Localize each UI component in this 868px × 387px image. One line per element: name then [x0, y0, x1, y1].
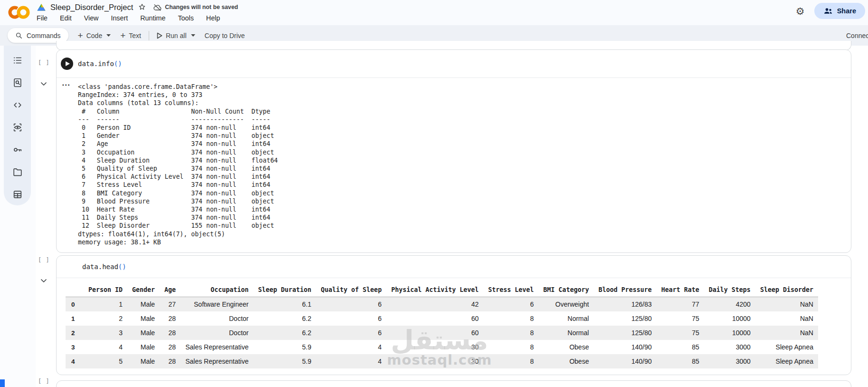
df-cell: 8 — [484, 354, 539, 368]
df-cell: 5.9 — [253, 340, 316, 354]
df-cell: Sales Representative — [181, 354, 253, 368]
df-column-header: Heart Rate — [657, 285, 704, 297]
code-parens: () — [114, 60, 122, 68]
menu-insert[interactable]: Insert — [105, 14, 134, 22]
variable-inspector-icon[interactable] — [8, 117, 28, 137]
df-cell: Male — [127, 326, 160, 340]
code-line[interactable]: data.head() — [82, 263, 126, 271]
code-cell-tail: data.tail() — [56, 380, 851, 387]
notebook-title[interactable]: Sleep_Disorder_Project — [50, 3, 133, 12]
menu-help[interactable]: Help — [200, 14, 226, 22]
output-menu-icon[interactable]: ⋯ — [62, 80, 70, 90]
share-label: Share — [837, 7, 856, 15]
df-cell: 8 — [484, 311, 539, 326]
notebook-area: [ ] [ ] [ ] data.info() ⋯ <class 'pandas… — [36, 46, 868, 387]
df-cell: 28 — [160, 326, 181, 340]
save-status[interactable]: Changes will not be saved — [153, 3, 238, 11]
code-editor-row[interactable]: data.info() — [57, 50, 851, 78]
chevron-down-icon[interactable] — [191, 34, 195, 37]
find-and-replace-icon[interactable] — [8, 73, 28, 93]
menu-edit[interactable]: Edit — [54, 14, 78, 22]
df-column-header: BMI Category — [539, 285, 594, 297]
secrets-key-icon[interactable] — [8, 140, 28, 160]
df-cell: 140/90 — [594, 340, 657, 354]
df-cell: 85 — [657, 340, 704, 354]
df-cell: Male — [127, 297, 160, 312]
df-cell: 28 — [160, 311, 181, 326]
star-icon[interactable] — [138, 3, 146, 11]
copy-to-drive-label: Copy to Drive — [205, 32, 245, 39]
df-row: 45Male28Sales Representative5.94308Obese… — [66, 354, 818, 368]
df-column-header: Quality of Sleep — [316, 285, 386, 297]
df-cell: 125/80 — [594, 311, 657, 326]
df-cell: Male — [127, 340, 160, 354]
df-cell: Male — [127, 354, 160, 368]
df-cell: Normal — [539, 311, 594, 326]
df-cell: 5 — [84, 354, 127, 368]
cell-run-gutter[interactable]: [ ] — [38, 257, 50, 263]
df-cell: Doctor — [181, 311, 253, 326]
df-cell: 6.2 — [253, 311, 316, 326]
menu-tools[interactable]: Tools — [172, 14, 200, 22]
left-rail — [0, 46, 36, 387]
df-cell: 85 — [657, 354, 704, 368]
toolbar-divider — [149, 31, 149, 40]
data-table-icon[interactable] — [8, 184, 28, 204]
colab-window: Sleep_Disorder_Project Changes will not … — [0, 0, 868, 387]
df-cell: Sleep Apnea — [755, 340, 818, 354]
df-column-header: Stress Level — [484, 285, 539, 297]
df-cell: 6 — [316, 297, 386, 312]
play-outline-icon — [157, 32, 162, 39]
code-editor-row[interactable]: data.head() — [57, 256, 851, 278]
chevron-down-icon[interactable] — [106, 34, 111, 37]
code-call: data.head — [82, 263, 118, 271]
df-column-header: Gender — [127, 285, 160, 297]
df-cell: 10000 — [704, 326, 755, 340]
files-folder-icon[interactable] — [8, 162, 28, 182]
df-header-row: Person IDGenderAgeOccupationSleep Durati… — [66, 285, 818, 297]
df-cell: 6 — [484, 297, 539, 312]
df-row-index: 3 — [66, 340, 84, 354]
df-cell: 2 — [84, 311, 127, 326]
chevron-down-icon[interactable] — [40, 279, 47, 283]
df-cell: NaN — [755, 297, 818, 312]
menu-view[interactable]: View — [78, 14, 105, 22]
run-cell-button[interactable] — [61, 58, 73, 70]
df-cell: 30 — [386, 340, 483, 354]
df-cell: 4 — [84, 340, 127, 354]
code-snippets-icon[interactable] — [8, 95, 28, 115]
df-cell: 28 — [160, 354, 181, 368]
df-cell: Sales Representative — [181, 340, 253, 354]
df-cell: 75 — [657, 311, 704, 326]
code-editor-row[interactable]: data.tail() — [57, 381, 851, 387]
df-column-header: Occupation — [181, 285, 253, 297]
df-row-index: 0 — [66, 297, 84, 312]
menu-runtime[interactable]: Runtime — [134, 14, 172, 22]
cell-output: Person IDGenderAgeOccupationSleep Durati… — [57, 278, 851, 373]
df-cell: 10000 — [704, 311, 755, 326]
sidebar — [4, 46, 31, 205]
colab-logo-icon[interactable] — [8, 4, 30, 20]
cell-run-gutter[interactable]: [ ] — [38, 378, 50, 385]
settings-gear-icon[interactable]: ⚙ — [796, 6, 805, 16]
chevron-down-icon[interactable] — [40, 82, 47, 86]
df-column-header: Daily Steps — [704, 285, 755, 297]
df-cell: 28 — [160, 340, 181, 354]
add-code-label: Code — [86, 32, 102, 39]
df-column-header: Blood Pressure — [594, 285, 657, 297]
df-column-header: Physical Activity Level — [386, 285, 483, 297]
df-cell: 42 — [386, 297, 483, 312]
menu-file[interactable]: File — [30, 14, 54, 22]
df-cell: 60 — [386, 311, 483, 326]
df-cell: 4 — [316, 354, 386, 368]
table-of-contents-icon[interactable] — [8, 50, 28, 70]
cell-run-gutter[interactable]: [ ] — [38, 59, 50, 66]
df-row: 34Male28Sales Representative5.94308Obese… — [66, 340, 818, 354]
code-line[interactable]: data.info() — [78, 60, 122, 68]
df-cell: Sleep Apnea — [755, 354, 818, 368]
df-row: 12Male28Doctor6.26608Normal125/807510000… — [66, 311, 818, 326]
share-button[interactable]: Share — [814, 3, 865, 19]
info-output-text: <class 'pandas.core.frame.DataFrame'> Ra… — [78, 83, 851, 246]
df-index-header — [66, 285, 84, 297]
code-parens: () — [118, 263, 126, 271]
